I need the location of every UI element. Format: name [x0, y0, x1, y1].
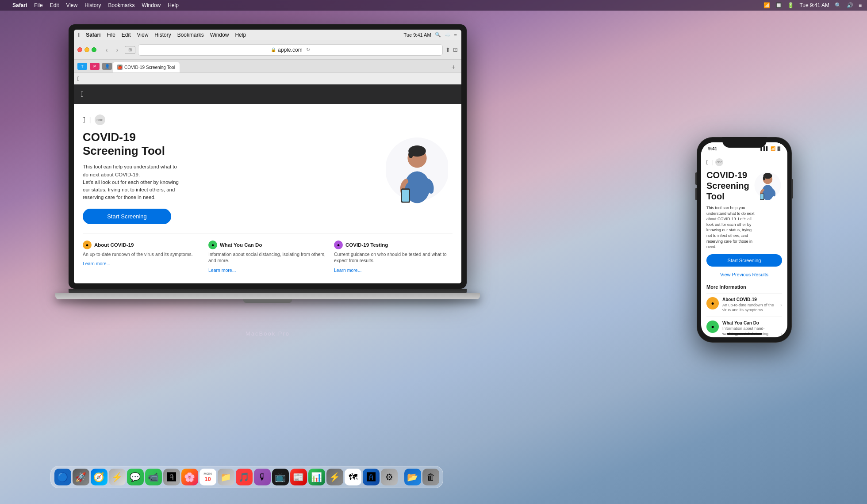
activity-icon[interactable]: ⚡	[109, 469, 126, 485]
safari-menubar:  Safari File Edit View History Bookmark…	[74, 30, 461, 40]
file-menu[interactable]: File	[34, 2, 42, 8]
back-button[interactable]: ‹	[102, 45, 111, 55]
macbook-screen-outer:  Safari File Edit View History Bookmark…	[69, 24, 467, 289]
about-covid-link[interactable]: Learn more...	[83, 261, 110, 266]
bookmarks-menu[interactable]: Bookmarks	[108, 2, 135, 8]
edit-menu-item[interactable]: Edit	[122, 32, 131, 38]
search-menubar[interactable]: 🔍	[435, 32, 441, 38]
what-you-can-do-card: ● What You Can Do Information about soci…	[208, 241, 327, 274]
iphone-body: 9:41 ▌▌▌ 📶 ▓  | CDC	[697, 137, 792, 343]
new-tab-button[interactable]: +	[449, 63, 458, 72]
menubar-right: Tue 9:41 AM 🔍 ☁️ ≡	[404, 32, 457, 38]
control-strips-icon[interactable]: ≡	[859, 2, 862, 8]
start-screening-button[interactable]: Start Screening	[83, 209, 171, 224]
files-icon[interactable]: 📁	[218, 469, 234, 485]
bookmarks-menu-item[interactable]: Bookmarks	[177, 32, 204, 38]
system-prefs-icon[interactable]: ⚙	[381, 469, 398, 485]
calendar-icon[interactable]: MON 10	[199, 469, 216, 485]
new-tab-icon[interactable]: ⊡	[453, 46, 458, 53]
window-menu-item[interactable]: Window	[210, 32, 229, 38]
share-icon[interactable]: ⬆	[445, 46, 450, 53]
macbook-hinge	[69, 289, 467, 293]
iphone-description: This tool can help you understand what t…	[706, 205, 757, 250]
siri-menubar[interactable]: ☁️	[445, 32, 451, 38]
iphone-about-covid-row[interactable]: ● About COVID-19 An up-to-date rundown o…	[706, 293, 782, 317]
facetime-icon[interactable]: 📹	[145, 469, 162, 485]
covid-testing-card: ● COVID-19 Testing Current guidance on w…	[334, 241, 453, 274]
messages-icon[interactable]: 💬	[127, 469, 144, 485]
minimize-button[interactable]	[84, 47, 89, 52]
about-covid-header: ● About COVID-19	[83, 241, 201, 249]
app-store-icon[interactable]: 🅰	[163, 469, 180, 485]
covid-logos:  | CDC	[83, 115, 373, 125]
launchpad-icon[interactable]: 🚀	[73, 469, 89, 485]
pinned-tabs: T P 👤	[77, 63, 112, 70]
reload-icon[interactable]: ↻	[306, 47, 310, 53]
safari-window: ‹ › ⊞ 🔒 apple.com ↻ ⬆ ⊡	[74, 40, 461, 283]
volume-up-button[interactable]	[695, 172, 697, 185]
iphone-person-svg	[753, 168, 782, 203]
volume-down-button[interactable]	[695, 188, 697, 200]
menu-items: Safari File Edit View History Bookmarks …	[86, 32, 246, 38]
apple-bookmark[interactable]: 	[77, 75, 80, 82]
iphone-logo-divider: |	[711, 159, 713, 165]
svg-point-4	[408, 150, 413, 158]
podcasts-icon[interactable]: 🎙	[254, 469, 271, 485]
help-menu[interactable]: Help	[168, 2, 179, 8]
safari-menu[interactable]: Safari	[12, 2, 27, 8]
power-button[interactable]	[792, 179, 793, 199]
twitter-pin[interactable]: T	[77, 63, 87, 70]
photos-icon[interactable]: 🌸	[181, 469, 198, 485]
address-bar[interactable]: 🔒 apple.com ↻	[138, 44, 443, 56]
pinterest-pin[interactable]: P	[90, 63, 100, 70]
menu-bar-right: 📶 🔲 🔋 Tue 9:41 AM 🔍 🔊 ≡	[763, 2, 862, 8]
iphone-whatcando-desc: Information about hand-washing, social d…	[722, 326, 777, 337]
sidebar-toggle[interactable]: ⊞	[125, 46, 135, 54]
list-icon[interactable]: ≡	[454, 32, 457, 38]
privacy-section: Our Commitment to Privacy Apple is not c…	[83, 281, 453, 283]
news-icon[interactable]: 📰	[290, 469, 307, 485]
iphone-start-screening-button[interactable]: Start Screening	[706, 254, 782, 267]
iphone-about-icon: ●	[706, 297, 719, 309]
apple-logo-page: 	[83, 115, 86, 125]
iphone-person-illustration	[753, 168, 782, 203]
tab-covid[interactable]: 🍎 COVID-19 Screening Tool	[113, 62, 180, 73]
safari-menu-item[interactable]: Safari	[86, 32, 100, 38]
safari-dock-icon[interactable]: 🧭	[91, 469, 107, 485]
search-icon[interactable]: 🔍	[835, 2, 841, 8]
close-button[interactable]	[77, 47, 82, 52]
what-you-can-do-link[interactable]: Learn more...	[208, 267, 236, 273]
trash-icon[interactable]: 🗑	[422, 469, 439, 485]
control-center-icon[interactable]: 🔲	[775, 2, 782, 8]
maps-icon[interactable]: 🗺	[345, 469, 361, 485]
tv-icon[interactable]: 📺	[272, 469, 289, 485]
history-menu-item[interactable]: History	[154, 32, 171, 38]
view-menu-item[interactable]: View	[137, 32, 149, 38]
view-menu[interactable]: View	[66, 2, 77, 8]
app-store2-icon[interactable]: 🅰	[363, 469, 380, 485]
help-menu-item[interactable]: Help	[235, 32, 246, 38]
spotlight-icon[interactable]: ⚡	[326, 469, 343, 485]
clock-menubar: Tue 9:41 AM	[404, 32, 431, 38]
file-menu-item[interactable]: File	[107, 32, 115, 38]
about-chevron-icon: ›	[780, 302, 782, 308]
finder2-icon[interactable]: 📂	[404, 469, 421, 485]
fullscreen-button[interactable]	[92, 47, 96, 52]
edit-menu[interactable]: Edit	[50, 2, 59, 8]
finder-icon[interactable]: 🔵	[54, 469, 71, 485]
iphone-view-previous-button[interactable]: View Previous Results	[706, 269, 782, 280]
window-menu[interactable]: Window	[142, 2, 161, 8]
logo-divider: |	[89, 116, 91, 124]
pin3[interactable]: 👤	[102, 63, 112, 70]
battery-icon: 🔋	[787, 2, 794, 8]
siri-icon[interactable]: 🔊	[847, 2, 853, 8]
tab-title: COVID-19 Screening Tool	[124, 65, 175, 70]
covid-testing-link[interactable]: Learn more...	[334, 267, 361, 273]
iphone-whatcando-icon: ●	[706, 321, 719, 333]
forward-button[interactable]: ›	[112, 45, 122, 55]
svg-rect-6	[402, 190, 409, 202]
history-menu[interactable]: History	[84, 2, 101, 8]
numbers-icon[interactable]: 📊	[308, 469, 325, 485]
macbook-screen:  Safari File Edit View History Bookmark…	[74, 30, 461, 283]
music-icon[interactable]: 🎵	[236, 469, 253, 485]
